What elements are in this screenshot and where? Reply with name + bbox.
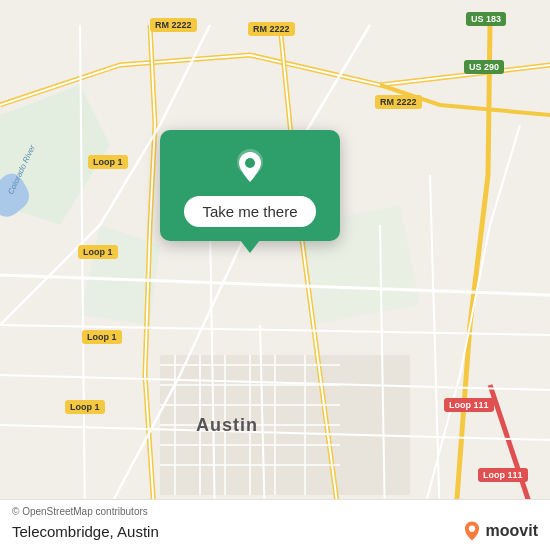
map-container: Colorado River RM 2222 RM 2222 RM 2222 U… — [0, 0, 550, 550]
moovit-pin-icon — [461, 520, 483, 542]
badge-rm2222-top-left: RM 2222 — [150, 18, 197, 32]
location-pin-icon — [231, 148, 269, 186]
svg-point-21 — [245, 158, 255, 168]
city-label: Austin — [196, 415, 258, 436]
badge-loop111-bottom-right: Loop 111 — [478, 468, 528, 482]
badge-loop1-bottom: Loop 1 — [65, 400, 105, 414]
bottom-bar: © OpenStreetMap contributors Telecombrid… — [0, 499, 550, 550]
map-roads: Colorado River — [0, 0, 550, 550]
badge-rm2222-top-center: RM 2222 — [248, 22, 295, 36]
badge-loop1-mid: Loop 1 — [78, 245, 118, 259]
badge-us290: US 290 — [464, 60, 504, 74]
badge-loop1-lower: Loop 1 — [82, 330, 122, 344]
take-me-there-button[interactable]: Take me there — [184, 196, 315, 227]
badge-us183: US 183 — [466, 12, 506, 26]
moovit-text: moovit — [486, 522, 538, 540]
location-name: Telecombridge, Austin — [12, 523, 159, 540]
badge-rm2222-right: RM 2222 — [375, 95, 422, 109]
svg-point-22 — [468, 526, 474, 532]
osm-credit: © OpenStreetMap contributors — [12, 506, 538, 517]
popup-card: Take me there — [160, 130, 340, 241]
badge-loop1-top: Loop 1 — [88, 155, 128, 169]
badge-loop111-right: Loop 111 — [444, 398, 494, 412]
moovit-logo: moovit — [461, 520, 538, 542]
